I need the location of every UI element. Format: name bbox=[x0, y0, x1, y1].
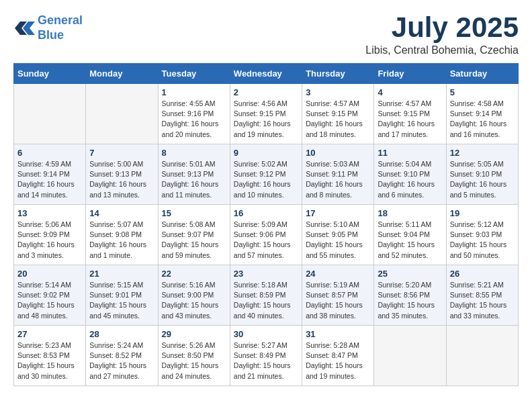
calendar-cell: 17Sunrise: 5:10 AM Sunset: 9:05 PM Dayli… bbox=[302, 205, 374, 265]
day-number: 27 bbox=[17, 329, 82, 339]
day-info: Sunrise: 5:14 AM Sunset: 9:02 PM Dayligh… bbox=[17, 280, 82, 321]
day-info: Sunrise: 5:16 AM Sunset: 9:00 PM Dayligh… bbox=[162, 280, 226, 321]
day-info: Sunrise: 4:59 AM Sunset: 9:14 PM Dayligh… bbox=[17, 159, 82, 200]
day-info: Sunrise: 5:23 AM Sunset: 8:53 PM Dayligh… bbox=[17, 340, 82, 381]
day-info: Sunrise: 5:09 AM Sunset: 9:06 PM Dayligh… bbox=[234, 220, 298, 261]
location: Libis, Central Bohemia, Czechia bbox=[365, 44, 519, 56]
col-header-thursday: Thursday bbox=[302, 64, 374, 84]
col-header-wednesday: Wednesday bbox=[230, 64, 302, 84]
day-number: 8 bbox=[162, 148, 226, 158]
day-info: Sunrise: 5:00 AM Sunset: 9:13 PM Dayligh… bbox=[89, 159, 154, 200]
day-number: 30 bbox=[234, 329, 298, 339]
calendar-cell: 2Sunrise: 4:56 AM Sunset: 9:15 PM Daylig… bbox=[230, 84, 302, 144]
calendar-cell: 12Sunrise: 5:05 AM Sunset: 9:10 PM Dayli… bbox=[446, 144, 518, 205]
day-info: Sunrise: 5:15 AM Sunset: 9:01 PM Dayligh… bbox=[89, 280, 154, 321]
calendar-cell: 19Sunrise: 5:12 AM Sunset: 9:03 PM Dayli… bbox=[446, 205, 518, 265]
day-number: 5 bbox=[450, 87, 515, 97]
day-info: Sunrise: 5:24 AM Sunset: 8:52 PM Dayligh… bbox=[89, 340, 154, 381]
month-title: July 2025 bbox=[365, 13, 519, 42]
day-number: 15 bbox=[162, 208, 226, 218]
day-number: 3 bbox=[306, 87, 370, 97]
day-number: 14 bbox=[89, 208, 154, 218]
calendar-cell: 28Sunrise: 5:24 AM Sunset: 8:52 PM Dayli… bbox=[86, 326, 158, 386]
logo-text: General Blue bbox=[38, 13, 83, 42]
day-number: 23 bbox=[234, 269, 298, 279]
day-number: 19 bbox=[450, 208, 515, 218]
calendar-cell: 18Sunrise: 5:11 AM Sunset: 9:04 PM Dayli… bbox=[374, 205, 446, 265]
calendar-cell: 14Sunrise: 5:07 AM Sunset: 9:08 PM Dayli… bbox=[86, 205, 158, 265]
calendar-cell: 9Sunrise: 5:02 AM Sunset: 9:12 PM Daylig… bbox=[230, 144, 302, 205]
day-number: 13 bbox=[17, 208, 82, 218]
col-header-sunday: Sunday bbox=[14, 64, 86, 84]
day-info: Sunrise: 5:20 AM Sunset: 8:56 PM Dayligh… bbox=[378, 280, 442, 321]
day-number: 6 bbox=[17, 148, 82, 158]
day-number: 9 bbox=[234, 148, 298, 158]
day-info: Sunrise: 5:08 AM Sunset: 9:07 PM Dayligh… bbox=[162, 220, 226, 261]
calendar-cell: 29Sunrise: 5:26 AM Sunset: 8:50 PM Dayli… bbox=[158, 326, 230, 386]
calendar-cell: 6Sunrise: 4:59 AM Sunset: 9:14 PM Daylig… bbox=[14, 144, 86, 205]
day-number: 7 bbox=[89, 148, 154, 158]
calendar-table: SundayMondayTuesdayWednesdayThursdayFrid… bbox=[13, 63, 519, 386]
day-info: Sunrise: 5:03 AM Sunset: 9:11 PM Dayligh… bbox=[306, 159, 370, 200]
calendar-cell bbox=[446, 326, 518, 386]
day-info: Sunrise: 5:05 AM Sunset: 9:10 PM Dayligh… bbox=[450, 159, 515, 200]
calendar-cell: 27Sunrise: 5:23 AM Sunset: 8:53 PM Dayli… bbox=[14, 326, 86, 386]
day-number: 11 bbox=[378, 148, 442, 158]
calendar-cell: 26Sunrise: 5:21 AM Sunset: 8:55 PM Dayli… bbox=[446, 265, 518, 326]
calendar-cell: 24Sunrise: 5:19 AM Sunset: 8:57 PM Dayli… bbox=[302, 265, 374, 326]
col-header-tuesday: Tuesday bbox=[158, 64, 230, 84]
day-info: Sunrise: 5:04 AM Sunset: 9:10 PM Dayligh… bbox=[378, 159, 442, 200]
calendar-cell: 22Sunrise: 5:16 AM Sunset: 9:00 PM Dayli… bbox=[158, 265, 230, 326]
page-header: General Blue July 2025 Libis, Central Bo… bbox=[13, 13, 519, 56]
calendar-cell: 1Sunrise: 4:55 AM Sunset: 9:16 PM Daylig… bbox=[158, 84, 230, 144]
day-number: 25 bbox=[378, 269, 442, 279]
col-header-monday: Monday bbox=[86, 64, 158, 84]
calendar-cell: 25Sunrise: 5:20 AM Sunset: 8:56 PM Dayli… bbox=[374, 265, 446, 326]
day-info: Sunrise: 4:55 AM Sunset: 9:16 PM Dayligh… bbox=[162, 99, 226, 140]
day-info: Sunrise: 5:10 AM Sunset: 9:05 PM Dayligh… bbox=[306, 220, 370, 261]
day-number: 29 bbox=[162, 329, 226, 339]
day-number: 20 bbox=[17, 269, 82, 279]
day-info: Sunrise: 5:28 AM Sunset: 8:47 PM Dayligh… bbox=[306, 340, 370, 381]
calendar-cell bbox=[86, 84, 158, 144]
day-info: Sunrise: 5:27 AM Sunset: 8:49 PM Dayligh… bbox=[234, 340, 298, 381]
day-info: Sunrise: 5:12 AM Sunset: 9:03 PM Dayligh… bbox=[450, 220, 515, 261]
day-info: Sunrise: 5:06 AM Sunset: 9:09 PM Dayligh… bbox=[17, 220, 82, 261]
day-info: Sunrise: 5:01 AM Sunset: 9:13 PM Dayligh… bbox=[162, 159, 226, 200]
col-header-saturday: Saturday bbox=[446, 64, 518, 84]
day-number: 10 bbox=[306, 148, 370, 158]
day-number: 12 bbox=[450, 148, 515, 158]
day-number: 21 bbox=[89, 269, 154, 279]
day-info: Sunrise: 5:19 AM Sunset: 8:57 PM Dayligh… bbox=[306, 280, 370, 321]
day-info: Sunrise: 5:18 AM Sunset: 8:59 PM Dayligh… bbox=[234, 280, 298, 321]
day-info: Sunrise: 4:57 AM Sunset: 9:15 PM Dayligh… bbox=[306, 99, 370, 140]
calendar-cell: 23Sunrise: 5:18 AM Sunset: 8:59 PM Dayli… bbox=[230, 265, 302, 326]
calendar-cell bbox=[374, 326, 446, 386]
day-number: 17 bbox=[306, 208, 370, 218]
calendar-cell: 21Sunrise: 5:15 AM Sunset: 9:01 PM Dayli… bbox=[86, 265, 158, 326]
day-number: 2 bbox=[234, 87, 298, 97]
day-number: 18 bbox=[378, 208, 442, 218]
calendar-cell: 15Sunrise: 5:08 AM Sunset: 9:07 PM Dayli… bbox=[158, 205, 230, 265]
day-number: 31 bbox=[306, 329, 370, 339]
calendar-cell: 4Sunrise: 4:57 AM Sunset: 9:15 PM Daylig… bbox=[374, 84, 446, 144]
day-info: Sunrise: 5:26 AM Sunset: 8:50 PM Dayligh… bbox=[162, 340, 226, 381]
calendar-cell: 13Sunrise: 5:06 AM Sunset: 9:09 PM Dayli… bbox=[14, 205, 86, 265]
calendar-cell: 31Sunrise: 5:28 AM Sunset: 8:47 PM Dayli… bbox=[302, 326, 374, 386]
day-info: Sunrise: 5:07 AM Sunset: 9:08 PM Dayligh… bbox=[89, 220, 154, 261]
day-number: 16 bbox=[234, 208, 298, 218]
calendar-cell: 16Sunrise: 5:09 AM Sunset: 9:06 PM Dayli… bbox=[230, 205, 302, 265]
calendar-cell: 11Sunrise: 5:04 AM Sunset: 9:10 PM Dayli… bbox=[374, 144, 446, 205]
day-number: 24 bbox=[306, 269, 370, 279]
day-number: 26 bbox=[450, 269, 515, 279]
calendar-cell: 7Sunrise: 5:00 AM Sunset: 9:13 PM Daylig… bbox=[86, 144, 158, 205]
day-info: Sunrise: 4:57 AM Sunset: 9:15 PM Dayligh… bbox=[378, 99, 442, 140]
logo-icon bbox=[13, 17, 35, 39]
day-info: Sunrise: 5:11 AM Sunset: 9:04 PM Dayligh… bbox=[378, 220, 442, 261]
logo: General Blue bbox=[13, 13, 83, 42]
calendar-cell: 5Sunrise: 4:58 AM Sunset: 9:14 PM Daylig… bbox=[446, 84, 518, 144]
title-block: July 2025 Libis, Central Bohemia, Czechi… bbox=[365, 13, 519, 56]
day-number: 1 bbox=[162, 87, 226, 97]
calendar-cell: 10Sunrise: 5:03 AM Sunset: 9:11 PM Dayli… bbox=[302, 144, 374, 205]
day-info: Sunrise: 4:56 AM Sunset: 9:15 PM Dayligh… bbox=[234, 99, 298, 140]
